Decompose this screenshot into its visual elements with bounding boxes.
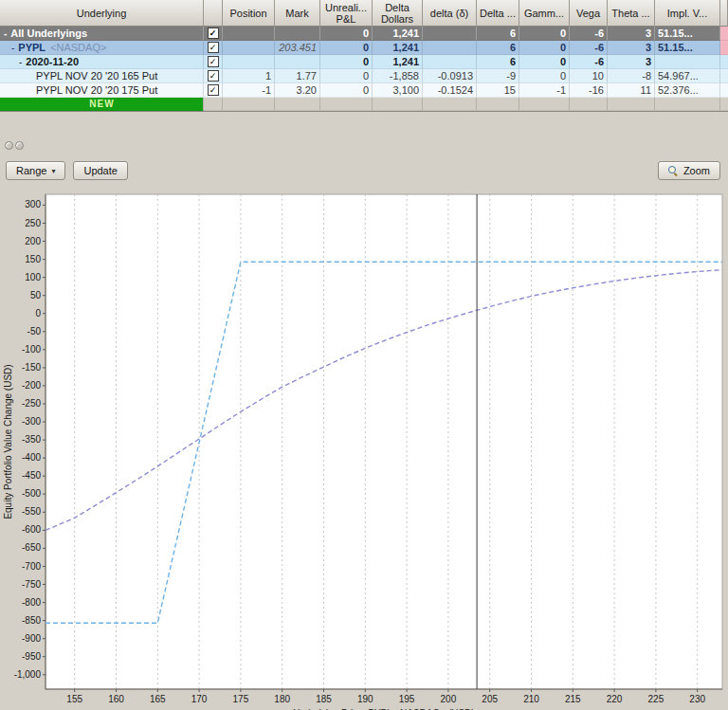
row-checkbox[interactable]: ✓ [208, 84, 219, 96]
y-tick-label: -300 [22, 416, 41, 427]
expander-icon[interactable]: - [11, 43, 14, 53]
x-tick-label: 225 [648, 694, 664, 704]
column-header-delta_greek[interactable]: delta (δ) [423, 0, 477, 27]
x-tick-label: 180 [274, 694, 290, 704]
y-tick-label: 100 [25, 272, 41, 282]
plot-area [46, 194, 722, 689]
y-tick-label: -600 [22, 524, 41, 535]
y-tick-label: 300 [25, 199, 41, 209]
underlying-label: PYPL [18, 42, 46, 53]
update-button[interactable]: Update [73, 161, 127, 180]
table-row[interactable]: PYPL NOV 20 '20 175 Put✓-13.2003,100-0.1… [0, 83, 728, 98]
table-row[interactable]: -PYPL<NASDAQ>✓203.45101,24160-6351.15... [0, 41, 728, 55]
y-tick-label: -1,000 [14, 669, 42, 680]
cell-position: -1 [223, 83, 275, 98]
cell-checkbox: ✓ [204, 27, 223, 41]
underlying-label: PYPL NOV 20 '20 165 Put [36, 70, 157, 82]
column-header-delta_dollars[interactable]: Delta Dollars [373, 0, 423, 27]
cell-delta_greek [423, 27, 477, 41]
y-tick-label: -750 [22, 579, 41, 590]
column-header-delta[interactable]: Delta ... [477, 0, 519, 27]
cell-delta: 6 [477, 27, 519, 41]
column-header-pnl[interactable]: Unreali... P&L [320, 0, 373, 27]
x-tick-label: 205 [482, 694, 498, 704]
row-checkbox[interactable]: ✓ [208, 42, 219, 53]
y-axis-title: Equity Portfolio Value Change (USD) [3, 364, 13, 519]
x-tick-label: 175 [233, 694, 249, 704]
x-tick-label: 220 [607, 694, 623, 704]
cell-underlying: PYPL NOV 20 '20 175 Put [0, 83, 204, 98]
cell-delta_dollars: -1,858 [373, 69, 423, 83]
expander-icon[interactable]: - [4, 28, 7, 39]
cell-underlying: -2020-11-20 [0, 55, 204, 69]
underlying-label: PYPL NOV 20 '20 175 Put [36, 84, 157, 96]
cell-delta_dollars: 1,241 [373, 55, 423, 69]
row-marker [720, 55, 728, 69]
cell-mark: 1.77 [275, 69, 320, 83]
pane-divider[interactable] [0, 112, 728, 155]
cell-theta: 3 [608, 27, 655, 41]
cell-delta_dollars: 1,241 [373, 27, 423, 41]
cell-pnl: 0 [320, 41, 373, 55]
cell-delta_greek: -0.0913 [423, 69, 477, 83]
range-button-label: Range [16, 165, 46, 176]
table-row[interactable]: PYPL NOV 20 '20 165 Put✓11.770-1,858-0.0… [0, 69, 728, 83]
expander-icon[interactable]: - [19, 57, 22, 67]
cell-vega: -6 [570, 55, 608, 69]
cell-impl_vol [655, 98, 720, 111]
cell-impl_vol [655, 55, 720, 69]
cell-theta [608, 98, 655, 111]
x-tick-label: 170 [191, 694, 208, 704]
column-header-check [204, 0, 223, 27]
y-tick-label: -100 [22, 344, 41, 355]
column-header-underlying[interactable]: Underlying [0, 0, 204, 27]
y-tick-label: -800 [22, 597, 41, 608]
cell-gamma: 0 [519, 41, 570, 55]
cell-position: 1 [223, 69, 275, 83]
table-row[interactable]: NEW [0, 98, 728, 111]
row-checkbox[interactable]: ✓ [208, 56, 219, 67]
cell-delta_greek: -0.1524 [423, 83, 477, 98]
column-header-gamma[interactable]: Gamm... [519, 0, 570, 27]
row-marker [720, 83, 728, 98]
cell-vega: -6 [570, 41, 608, 55]
chart-toolbar: Range ▾ Update Zoom [0, 155, 728, 186]
column-header-vega[interactable]: Vega [570, 0, 608, 27]
y-tick-label: 200 [25, 236, 41, 246]
y-tick-label: -500 [22, 488, 41, 499]
x-tick-label: 215 [565, 694, 581, 704]
scroll-marker-header [720, 0, 728, 27]
x-tick-label: 230 [689, 694, 705, 704]
cell-theta: 3 [608, 41, 655, 55]
y-tick-label: -650 [22, 542, 41, 553]
cell-gamma [519, 98, 570, 111]
y-tick-label: -200 [22, 380, 41, 391]
cell-mark: 3.20 [275, 83, 320, 98]
y-tick-label: -850 [22, 615, 41, 626]
x-tick-label: 185 [316, 694, 332, 704]
cell-vega [570, 98, 608, 111]
cell-underlying: NEW [0, 98, 204, 111]
cell-delta: 6 [477, 41, 519, 55]
row-alert-marker [720, 41, 728, 55]
cell-theta: 11 [608, 83, 655, 98]
column-header-theta[interactable]: Theta ... [608, 0, 655, 27]
y-tick-label: 250 [25, 218, 41, 228]
cell-mark [275, 55, 320, 69]
column-header-mark[interactable]: Mark [275, 0, 320, 27]
underlying-label: All Underlyings [10, 27, 87, 39]
cell-delta_greek [423, 55, 477, 69]
table-row[interactable]: -All Underlyings✓01,24160-6351.15... [0, 27, 728, 41]
row-checkbox[interactable]: ✓ [208, 70, 219, 82]
x-tick-label: 190 [357, 694, 373, 704]
row-checkbox[interactable]: ✓ [208, 27, 219, 39]
range-button[interactable]: Range ▾ [6, 161, 65, 180]
y-tick-label: -900 [22, 633, 41, 644]
table-row[interactable]: -2020-11-20✓01,24160-63 [0, 55, 728, 69]
zoom-button[interactable]: Zoom [658, 161, 720, 180]
column-header-position[interactable]: Position [223, 0, 275, 27]
magnifier-icon [668, 166, 679, 176]
cell-delta [477, 98, 519, 111]
column-header-impl_vol[interactable]: Impl. V... [655, 0, 720, 27]
risk-profile-chart[interactable]: 1551601651701751801851901952002052102152… [0, 186, 728, 710]
